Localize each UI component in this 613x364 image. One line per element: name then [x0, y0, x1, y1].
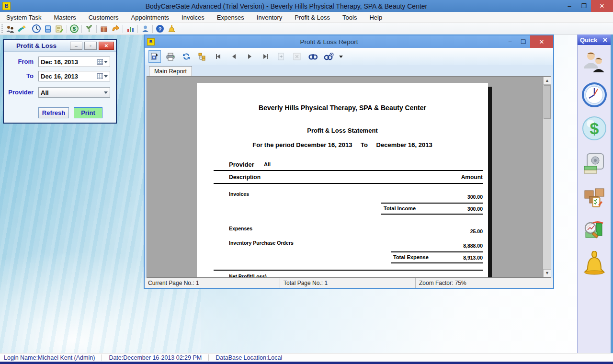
report-scrollbar[interactable]: ▲ ▼	[543, 77, 551, 277]
quick-expenses-safe-icon[interactable]	[582, 151, 607, 176]
quick-appointments-clock-icon[interactable]	[582, 82, 607, 107]
provider-label: Provider	[8, 89, 34, 96]
dialog-close-button[interactable]: ✕	[99, 42, 114, 50]
report-net-profit-label: Net Profit(Loss)	[229, 273, 267, 278]
export-button[interactable]	[148, 50, 161, 63]
quick-reminder-bell-icon[interactable]	[582, 251, 607, 276]
quick-invoices-dollar-icon[interactable]: $	[582, 116, 607, 141]
from-date-input[interactable]: Dec 16, 2013	[38, 57, 110, 67]
scrollbar-thumb[interactable]	[544, 85, 551, 119]
chevron-down-icon[interactable]	[104, 75, 108, 78]
report-col-amount: Amount	[461, 174, 483, 181]
provider-value: All	[39, 89, 104, 96]
total-pages-status: Total Page No.: 1	[280, 278, 416, 288]
first-page-button[interactable]	[212, 50, 224, 63]
to-date-input[interactable]: Dec 16, 2013	[38, 71, 110, 81]
scroll-down-icon[interactable]: ▼	[543, 269, 551, 277]
quick-panel-header: Quick ✕	[578, 34, 611, 45]
menu-profit-loss[interactable]: Profit & Loss	[288, 12, 336, 23]
report-row-amount: 25.00	[470, 228, 483, 234]
quick-panel-title: Quick	[580, 36, 597, 44]
zoom-button[interactable]	[322, 50, 335, 63]
find-text-button[interactable]	[306, 50, 319, 63]
prev-page-button[interactable]	[227, 50, 240, 63]
last-page-button[interactable]	[259, 50, 272, 63]
help-icon[interactable]: ?	[154, 24, 166, 34]
user-icon[interactable]	[139, 24, 151, 34]
login-name-status: Login Name:Michael Kent (Admin)	[4, 354, 95, 361]
report-provider-value: All	[264, 161, 271, 167]
report-row-label: Expenses	[229, 226, 252, 231]
menu-tools[interactable]: Tools	[336, 12, 363, 23]
package-icon[interactable]	[98, 24, 110, 34]
refresh-button[interactable]: Refresh	[38, 107, 69, 118]
refresh-report-button[interactable]	[180, 50, 193, 63]
payments-dollar-icon[interactable]: $	[68, 24, 80, 34]
from-date-value: Dec 16, 2013	[39, 58, 97, 66]
appointments-clock-icon[interactable]	[31, 24, 42, 34]
menu-invoices[interactable]: Invoices	[175, 12, 211, 23]
print-button[interactable]: Print	[74, 107, 102, 118]
report-row-label: Invoices	[229, 191, 249, 197]
menu-inventory[interactable]: Inventory	[250, 12, 288, 23]
customers-icon[interactable]	[4, 24, 16, 34]
menu-customers[interactable]: Customers	[82, 12, 125, 23]
report-total-expense-label: Total Expense	[393, 254, 429, 260]
restore-button[interactable]: ❐	[577, 0, 591, 12]
calendar-icon[interactable]	[97, 73, 103, 79]
dialog-maximize-button[interactable]: ▫	[84, 42, 97, 50]
svg-text:?: ?	[158, 26, 161, 32]
provider-select[interactable]: All	[38, 87, 110, 98]
zoom-factor-status: Zoom Factor: 75%	[416, 278, 553, 288]
scroll-up-icon[interactable]: ▲	[543, 77, 551, 85]
svg-text:$: $	[73, 26, 76, 32]
main-report-tab[interactable]: Main Report	[149, 66, 192, 77]
zoom-dropdown-arrow-icon[interactable]	[338, 50, 344, 63]
quick-panel: Quick ✕ $	[577, 34, 613, 354]
report-row-label: Inventory Purchase Orders	[229, 240, 294, 246]
report-window: B Profit & Loss Report – ❑ ✕	[144, 34, 554, 289]
quick-close-icon[interactable]: ✕	[602, 36, 608, 44]
menu-system-task[interactable]: System Task	[0, 12, 47, 23]
report-close-button[interactable]: ✕	[530, 35, 553, 48]
print-report-button[interactable]	[164, 50, 177, 63]
report-total-expense-amount: 8,913.00	[463, 255, 483, 261]
chevron-down-icon[interactable]	[104, 61, 108, 63]
report-row-amount: 300.00	[467, 194, 483, 200]
quick-inventory-boxes-icon[interactable]	[582, 184, 607, 209]
dialog-minimize-button[interactable]: –	[70, 42, 82, 50]
report-titlebar[interactable]: B Profit & Loss Report – ❑ ✕	[145, 35, 553, 48]
profit-loss-dialog: Profit & Loss – ▫ ✕ From Dec 16, 2013 To…	[3, 39, 117, 124]
report-viewer: Beverly Hills Physical Therapy, SPA & Be…	[147, 76, 551, 278]
toolbar-grip[interactable]	[1, 24, 3, 33]
report-logo-icon: B	[147, 38, 155, 46]
minimize-button[interactable]: –	[562, 0, 577, 12]
quick-profit-loss-icon[interactable]	[582, 217, 607, 242]
report-viewer-toolbar	[145, 48, 553, 65]
chevron-down-icon	[104, 91, 108, 94]
report-maximize-button[interactable]: ❑	[517, 35, 530, 48]
report-col-description: Description	[229, 174, 261, 181]
report-provider-label: Provider	[229, 161, 254, 168]
menu-masters[interactable]: Masters	[47, 12, 82, 23]
menu-expenses[interactable]: Expenses	[211, 12, 250, 23]
marketing-swoosh-icon[interactable]	[16, 24, 27, 34]
undo-arrow-icon[interactable]	[110, 24, 121, 34]
reports-chart-icon[interactable]	[125, 24, 136, 34]
calendar-icon[interactable]	[97, 59, 103, 65]
report-row-amount: 8,888.00	[463, 243, 483, 249]
reminder-bell-icon[interactable]	[166, 24, 177, 34]
contacts-phone-icon[interactable]	[42, 24, 54, 34]
next-page-button[interactable]	[243, 50, 256, 63]
report-minimize-button[interactable]: –	[503, 35, 517, 48]
close-button[interactable]: ✕	[591, 0, 613, 12]
menu-help[interactable]: Help	[363, 12, 388, 23]
quick-customers-icon[interactable]	[582, 50, 607, 75]
group-tree-toggle-button[interactable]	[196, 50, 208, 63]
report-page: Beverly Hills Physical Therapy, SPA & Be…	[197, 83, 488, 278]
dialog-titlebar[interactable]: Profit & Loss – ▫ ✕	[4, 40, 116, 52]
report-company-title: Beverly Hills Physical Therapy, SPA & Be…	[197, 104, 488, 112]
invoice-note-icon[interactable]	[54, 24, 65, 34]
plant-icon[interactable]	[83, 24, 95, 34]
menu-appointments[interactable]: Appointments	[125, 12, 176, 23]
